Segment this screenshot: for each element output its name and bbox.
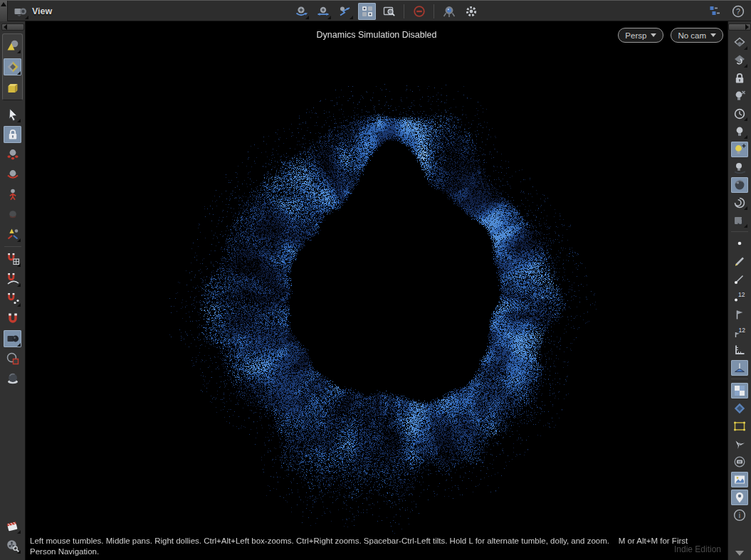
select-tool-icon[interactable]: [4, 106, 21, 123]
persp-menu-label: Persp: [625, 31, 646, 40]
shading-mode-icon[interactable]: [731, 53, 748, 68]
snap-curve-magnet-icon[interactable]: [4, 270, 21, 287]
snap-grid-magnet-icon[interactable]: [4, 250, 21, 268]
dropdown-corner-arrow: [17, 50, 21, 53]
pan-view-icon[interactable]: [314, 3, 332, 20]
background-image-icon[interactable]: [731, 472, 748, 487]
left-toolbar: [0, 21, 26, 560]
show-objects-icon[interactable]: [4, 37, 21, 54]
orbit-pose-tool-icon[interactable]: [4, 166, 21, 183]
character-tool-icon[interactable]: [4, 186, 21, 203]
camera-menu-label: No cam: [678, 31, 706, 40]
headlight-only-icon[interactable]: [731, 88, 748, 104]
show-points-icon[interactable]: [731, 236, 748, 251]
dropdown-corner-arrow: [17, 263, 21, 267]
svg-text:?: ?: [736, 7, 740, 16]
camera-menu-button[interactable]: No cam: [671, 28, 723, 43]
dropdown-corner-arrow: [305, 16, 309, 19]
dropdown-corner-arrow: [744, 64, 747, 68]
scroll-down-icon[interactable]: [735, 551, 744, 556]
ruler-icon[interactable]: [731, 342, 748, 358]
material-shading-icon[interactable]: [731, 177, 748, 193]
dropdown-corner-arrow: [17, 530, 21, 534]
svg-text:12: 12: [739, 326, 746, 333]
dropdown-corner-arrow: [744, 46, 747, 50]
collapse-left-toolbar-handle[interactable]: [1, 23, 24, 31]
zoom-region-icon[interactable]: [380, 3, 398, 20]
dropdown-corner-arrow: [17, 343, 21, 347]
toolbar-separator: [731, 379, 748, 379]
collapse-right-toolbar-handle[interactable]: [728, 23, 751, 31]
lock-camera-icon[interactable]: [731, 70, 748, 86]
move-light-icon[interactable]: [731, 159, 748, 175]
safe-area-icon[interactable]: [731, 418, 748, 434]
grid-display-icon[interactable]: [731, 383, 748, 398]
pivot-display-icon[interactable]: [731, 436, 748, 452]
viewport-camera-icon: [11, 3, 29, 20]
view-menu[interactable]: View: [11, 1, 52, 21]
render-view-icon[interactable]: [4, 370, 21, 387]
svg-text:i: i: [739, 510, 740, 519]
show-geometry-icon[interactable]: [4, 58, 21, 75]
normals-display-icon[interactable]: [731, 360, 748, 376]
view-tool-icon[interactable]: [4, 330, 21, 347]
origin-marker-icon[interactable]: [731, 490, 748, 505]
scroll-up-icon: [1, 2, 6, 6]
pin-display-icon[interactable]: [731, 271, 748, 287]
top-toolbar: View ?: [0, 0, 751, 21]
prim-display-icon[interactable]: [731, 307, 748, 322]
smooth-shading-icon[interactable]: [731, 195, 748, 211]
toolbar-separator: [731, 231, 748, 232]
display-mode-icon[interactable]: [731, 35, 748, 51]
view-tools-row: [292, 1, 480, 21]
pose-tool-icon[interactable]: [4, 146, 21, 163]
dropdown-corner-arrow: [744, 117, 747, 121]
dropdown-corner-arrow: [17, 303, 21, 307]
dropdown-corner-arrow: [744, 135, 747, 139]
flipbook-icon[interactable]: [4, 517, 21, 534]
snap-points-magnet-icon[interactable]: [4, 290, 21, 307]
viewport-canvas[interactable]: [26, 21, 728, 560]
camera-bars-icon[interactable]: [731, 454, 748, 470]
edition-watermark: Indie Edition: [674, 544, 721, 554]
high-quality-lighting-icon[interactable]: [731, 142, 748, 157]
brush-display-icon[interactable]: [731, 253, 748, 269]
secure-selection-icon[interactable]: [4, 126, 21, 143]
viewport-layout-icon[interactable]: [358, 3, 376, 20]
disabled-tool-icon[interactable]: [4, 206, 21, 223]
dropdown-corner-arrow: [350, 16, 353, 19]
dropdown-corner-arrow: [17, 283, 21, 287]
prim-numbers-icon[interactable]: 12: [731, 324, 748, 340]
scene-viewport[interactable]: Dynamics Simulation Disabled Persp No ca…: [26, 21, 728, 560]
point-numbers-icon[interactable]: 12: [731, 289, 748, 305]
display-sort-icon[interactable]: [705, 3, 723, 20]
toolbar-separator: [404, 4, 404, 19]
flipbook-camera-icon[interactable]: [440, 3, 458, 20]
toolbar-scroll-up-handle[interactable]: [0, 1, 8, 21]
flipbook-tools: [4, 516, 21, 556]
left-tools-column: [4, 105, 21, 389]
dropdown-corner-arrow: [327, 16, 331, 19]
snap-magnet-icon[interactable]: [4, 310, 21, 327]
viewport-info-icon[interactable]: i: [731, 507, 748, 523]
group-display-icon[interactable]: [731, 401, 748, 416]
collapse-right-icon: [745, 24, 749, 30]
render-region-icon[interactable]: [4, 350, 21, 367]
show-dynamics-icon[interactable]: [4, 80, 21, 97]
chevron-down-icon: [651, 33, 656, 37]
selection-disabled-icon[interactable]: [410, 3, 428, 20]
toolbar-separator: [4, 246, 21, 247]
normal-lighting-icon[interactable]: [731, 124, 748, 139]
dolly-view-icon[interactable]: [336, 3, 354, 20]
view-menu-label: View: [32, 6, 52, 16]
dropdown-corner-arrow: [17, 71, 21, 75]
tumble-view-icon[interactable]: [292, 3, 310, 20]
flipbook-viewer-icon[interactable]: [4, 537, 21, 554]
houdini-window: View ? 1212i Dynamics Simulation Disable…: [0, 0, 751, 560]
lighting-time-icon[interactable]: [731, 106, 748, 122]
persp-menu-button[interactable]: Persp: [618, 28, 663, 43]
transform-gizmo-icon[interactable]: [4, 226, 21, 243]
box-shading-icon[interactable]: [731, 213, 748, 228]
help-icon[interactable]: ?: [729, 3, 747, 20]
display-options-icon[interactable]: [462, 3, 480, 20]
